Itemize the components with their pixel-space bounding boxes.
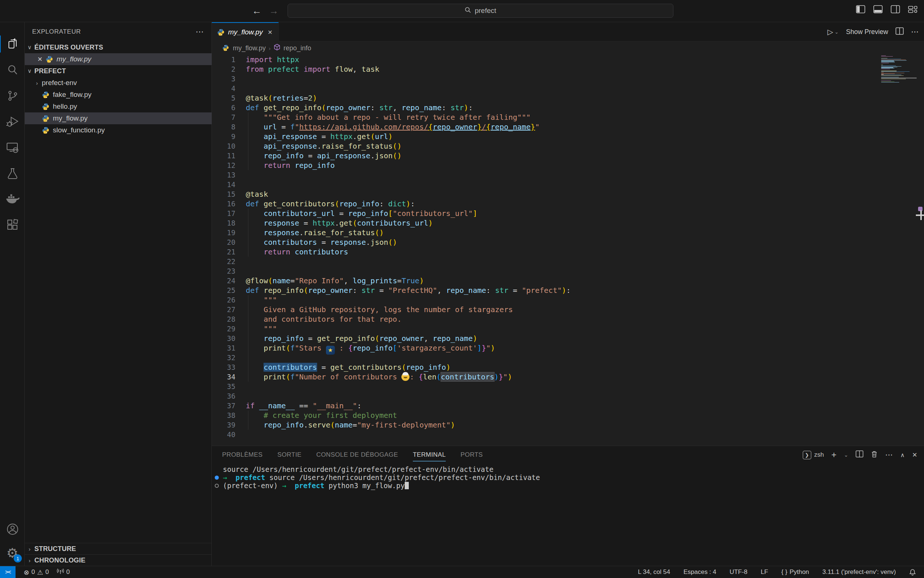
code-line[interactable]: 1import httpx	[212, 55, 924, 64]
tree-item[interactable]: fake_flow.py	[25, 89, 212, 101]
run-debug-icon[interactable]	[0, 110, 25, 133]
indentation-status[interactable]: Espaces : 4	[683, 568, 716, 576]
language-mode[interactable]: { } Python	[782, 568, 809, 576]
code-line[interactable]: 35	[212, 382, 924, 391]
code-area[interactable]: 1import httpx2from prefect import flow, …	[212, 55, 924, 446]
panel-tab-terminal[interactable]: TERMINAL	[413, 446, 446, 464]
code-line[interactable]: 33 contributors = get_contributors(repo_…	[212, 362, 924, 372]
toggle-sidebar-icon[interactable]	[856, 5, 865, 13]
code-line[interactable]: 17 contributors_url = repo_info["contrib…	[212, 209, 924, 218]
code-line[interactable]: 23	[212, 266, 924, 276]
code-line[interactable]: 25def repo_info(repo_owner: str = "Prefe…	[212, 286, 924, 295]
terminal-dropdown-icon[interactable]: ⌄	[844, 452, 848, 458]
panel-tab-console-de-d-bogage[interactable]: CONSOLE DE DÉBOGAGE	[316, 446, 398, 464]
new-terminal-button[interactable]: +	[831, 450, 837, 460]
code-line[interactable]: 4	[212, 84, 924, 93]
code-line[interactable]: 28 and contributors for that repo.	[212, 314, 924, 324]
code-line[interactable]: 30 repo_info = get_repo_info(repo_owner,…	[212, 334, 924, 343]
customize-layout-icon[interactable]	[908, 5, 918, 13]
close-panel-icon[interactable]: ✕	[912, 451, 918, 459]
editor-more-icon[interactable]: ⋯	[911, 28, 919, 36]
code-line[interactable]: 3	[212, 74, 924, 84]
tree-item[interactable]: slow_function.py	[25, 124, 212, 136]
code-line[interactable]: 6def get_repo_info(repo_owner: str, repo…	[212, 103, 924, 112]
code-line[interactable]: 39 repo_info.serve(name="my-first-deploy…	[212, 420, 924, 430]
tab-close-icon[interactable]: ✕	[268, 29, 272, 36]
settings-gear-icon[interactable]: ⚙ 1	[0, 542, 25, 565]
code-line[interactable]: 24@flow(name="Repo Info", log_prints=Tru…	[212, 276, 924, 286]
remote-explorer-icon[interactable]	[0, 136, 25, 159]
docker-icon[interactable]	[0, 188, 25, 211]
close-icon[interactable]: ✕	[34, 55, 45, 63]
code-line[interactable]: 32	[212, 353, 924, 362]
code-line[interactable]: 19 response.raise_for_status()	[212, 228, 924, 237]
tree-item-folder[interactable]: › prefect-env	[25, 77, 212, 89]
workspace-section-header[interactable]: ∨ PREFECT	[25, 65, 212, 77]
panel-more-icon[interactable]: ⋯	[885, 450, 893, 459]
explorer-icon[interactable]	[0, 32, 25, 55]
panel-tab-sortie[interactable]: SORTIE	[277, 446, 301, 464]
source-control-icon[interactable]	[0, 84, 25, 107]
tree-item-selected[interactable]: my_flow.py	[25, 112, 212, 124]
code-line[interactable]: 26 """	[212, 295, 924, 305]
testing-icon[interactable]	[0, 162, 25, 185]
code-line[interactable]: 40	[212, 430, 924, 439]
code-line[interactable]: 13	[212, 170, 924, 180]
code-line[interactable]: 29 """	[212, 324, 924, 334]
code-line[interactable]: 10 api_response.raise_for_status()	[212, 141, 924, 151]
code-line[interactable]: 20 contributors = response.json()	[212, 237, 924, 247]
notifications-bell-icon[interactable]	[909, 569, 916, 576]
open-editors-section-header[interactable]: ∨ ÉDITEURS OUVERTS	[25, 41, 212, 53]
code-line[interactable]: 15@task	[212, 189, 924, 199]
nav-forward-button[interactable]: →	[268, 5, 280, 17]
panel-tab-probl-mes[interactable]: PROBLÈMES	[222, 446, 262, 464]
code-line[interactable]: 36	[212, 391, 924, 401]
search-view-icon[interactable]	[0, 58, 25, 81]
problems-status[interactable]: ⊗ 0 ⚠ 0	[24, 568, 49, 576]
explorer-more-icon[interactable]: ⋯	[196, 27, 204, 37]
timeline-section[interactable]: › CHRONOLOGIE	[25, 554, 212, 566]
cursor-position[interactable]: L 34, col 54	[638, 568, 670, 576]
code-line[interactable]: 31 print(f"Stars ★ : {repo_info['stargaz…	[212, 343, 924, 353]
code-line[interactable]: 2from prefect import flow, task	[212, 64, 924, 74]
tree-item[interactable]: hello.py	[25, 101, 212, 112]
minimap[interactable]	[881, 55, 917, 83]
open-editor-item[interactable]: ✕ my_flow.py	[25, 53, 212, 65]
split-terminal-icon[interactable]	[856, 450, 863, 459]
code-line[interactable]: 34 print(f"Number of contributors : {len…	[212, 372, 924, 382]
code-line[interactable]: 7 """Get info about a repo - will retry …	[212, 112, 924, 122]
code-line[interactable]: 16def get_contributors(repo_info: dict):	[212, 199, 924, 209]
maximize-panel-icon[interactable]: ∧	[900, 451, 905, 459]
breadcrumb-symbol[interactable]: repo_info	[283, 44, 311, 52]
toggle-panel-icon[interactable]	[873, 5, 883, 13]
code-line[interactable]: 38 # create your first deployment	[212, 411, 924, 420]
toggle-secondary-sidebar-icon[interactable]	[891, 5, 900, 13]
code-line[interactable]: 8 url = f"https://api.github.com/repos/{…	[212, 122, 924, 132]
code-line[interactable]: 21 return contributors	[212, 247, 924, 257]
split-editor-icon[interactable]	[895, 28, 904, 36]
show-preview-button[interactable]: Show Preview	[846, 28, 888, 36]
panel-tab-ports[interactable]: PORTS	[461, 446, 483, 464]
nav-back-button[interactable]: ←	[251, 5, 263, 17]
code-line[interactable]: 18 response = httpx.get(contributors_url…	[212, 218, 924, 228]
command-center-search[interactable]: prefect	[288, 4, 673, 18]
terminal-content[interactable]: source /Users/henricourdent/git/prefect/…	[212, 465, 924, 566]
code-line[interactable]: 27 Given a GitHub repository, logs the n…	[212, 305, 924, 314]
extensions-icon[interactable]	[0, 214, 25, 237]
eol-status[interactable]: LF	[761, 568, 768, 576]
code-line[interactable]: 22	[212, 257, 924, 266]
tab-my-flow[interactable]: my_flow.py ✕	[212, 22, 279, 41]
remote-indicator[interactable]: ><	[0, 566, 16, 578]
kill-terminal-icon[interactable]	[871, 450, 878, 459]
account-icon[interactable]	[0, 518, 25, 541]
breadcrumb-file[interactable]: my_flow.py	[233, 44, 266, 52]
code-line[interactable]: 11 repo_info = api_response.json()	[212, 151, 924, 161]
code-line[interactable]: 9 api_response = httpx.get(url)	[212, 132, 924, 141]
terminal-profile[interactable]: ❯ zsh	[803, 451, 824, 459]
run-dropdown-icon[interactable]: ⌄	[835, 29, 838, 35]
code-line[interactable]: 12 return repo_info	[212, 161, 924, 170]
code-line[interactable]: 5@task(retries=2)	[212, 93, 924, 103]
run-python-button[interactable]: ▷ ⌄	[827, 28, 838, 36]
code-line[interactable]: 14	[212, 180, 924, 189]
encoding-status[interactable]: UTF-8	[730, 568, 747, 576]
